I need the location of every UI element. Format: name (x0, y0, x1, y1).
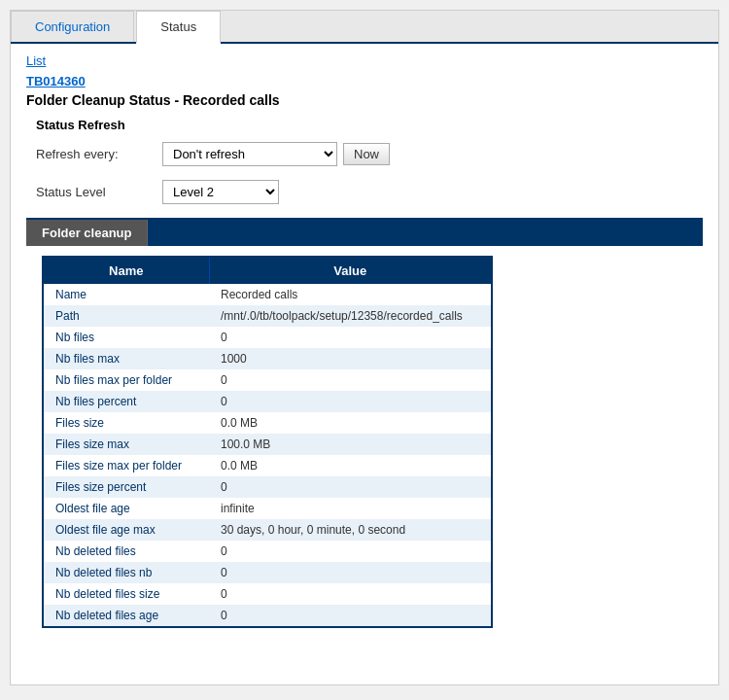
cell-name: Name (44, 284, 209, 305)
cell-value: 0.0 MB (209, 455, 491, 476)
cell-name: Files size max per folder (44, 455, 209, 476)
cell-name: Files size max (44, 434, 209, 455)
cell-name: Nb deleted files size (44, 583, 209, 605)
cell-name: Files size (44, 412, 209, 434)
cell-value: 0 (209, 605, 491, 626)
table-row: Nb files max per folder0 (44, 369, 491, 391)
cell-value: 1000 (209, 348, 491, 369)
table-body: NameRecorded callsPath/mnt/.0/tb/toolpac… (44, 284, 491, 626)
refresh-every-row: Refresh every: Don't refresh 5 seconds 1… (36, 142, 703, 166)
cell-value: 0 (209, 541, 491, 562)
table-row: Nb deleted files size0 (44, 583, 491, 605)
cell-name: Nb deleted files nb (44, 562, 209, 583)
page-title: Folder Cleanup Status - Recorded calls (26, 92, 703, 108)
cell-value: Recorded calls (209, 284, 491, 305)
level-controls: Level 1 Level 2 Level 3 (162, 180, 279, 204)
table-row: NameRecorded calls (44, 284, 491, 305)
cell-value: 0 (209, 476, 491, 498)
cell-value: 0 (209, 562, 491, 583)
table-row: Nb deleted files0 (44, 541, 491, 562)
page-id-link[interactable]: TB014360 (26, 74, 703, 88)
table-row: Files size max per folder0.0 MB (44, 455, 491, 476)
folder-cleanup-tab[interactable]: Folder cleanup (26, 220, 148, 246)
table-row: Files size percent0 (44, 476, 491, 498)
cell-value: 100.0 MB (209, 434, 491, 455)
cell-name: Nb files max per folder (44, 369, 209, 391)
level-select[interactable]: Level 1 Level 2 Level 3 (162, 180, 279, 204)
cell-value: 0 (209, 583, 491, 605)
data-table: Name Value NameRecorded callsPath/mnt/.0… (44, 258, 491, 626)
section-title-status-refresh: Status Refresh (36, 118, 703, 132)
cell-value: infinite (209, 498, 491, 519)
cell-value: 0 (209, 369, 491, 391)
cell-name: Nb files max (44, 348, 209, 369)
now-button[interactable]: Now (343, 143, 390, 165)
cell-name: Files size percent (44, 476, 209, 498)
cell-value: /mnt/.0/tb/toolpack/setup/12358/recorded… (209, 305, 491, 327)
main-content: List TB014360 Folder Cleanup Status - Re… (11, 44, 718, 650)
level-label: Status Level (36, 185, 162, 199)
table-header-row: Name Value (44, 258, 491, 284)
tab-status[interactable]: Status (136, 11, 221, 44)
cell-name: Oldest file age max (44, 519, 209, 541)
table-row: Files size0.0 MB (44, 412, 491, 434)
cell-value: 0.0 MB (209, 412, 491, 434)
cell-value: 0 (209, 327, 491, 348)
section-tab-bar: Folder cleanup (26, 220, 703, 246)
table-row: Nb deleted files age0 (44, 605, 491, 626)
table-row: Nb deleted files nb0 (44, 562, 491, 583)
cell-name: Nb files (44, 327, 209, 348)
table-row: Files size max100.0 MB (44, 434, 491, 455)
refresh-controls: Don't refresh 5 seconds 10 seconds 30 se… (162, 142, 390, 166)
cell-value: 0 (209, 391, 491, 412)
table-row: Oldest file age max30 days, 0 hour, 0 mi… (44, 519, 491, 541)
cell-name: Nb deleted files (44, 541, 209, 562)
table-row: Nb files percent0 (44, 391, 491, 412)
data-table-container: Name Value NameRecorded callsPath/mnt/.0… (42, 256, 493, 628)
col-header-name: Name (44, 258, 209, 284)
table-row: Oldest file ageinfinite (44, 498, 491, 519)
main-window: Configuration Status List TB014360 Folde… (10, 10, 719, 685)
cell-name: Oldest file age (44, 498, 209, 519)
cell-value: 30 days, 0 hour, 0 minute, 0 second (209, 519, 491, 541)
status-level-row: Status Level Level 1 Level 2 Level 3 (36, 180, 703, 204)
table-row: Nb files max1000 (44, 348, 491, 369)
refresh-label: Refresh every: (36, 147, 162, 161)
tab-configuration[interactable]: Configuration (11, 11, 134, 42)
tab-bar: Configuration Status (11, 11, 718, 44)
list-link[interactable]: List (26, 53, 46, 68)
table-row: Nb files0 (44, 327, 491, 348)
table-row: Path/mnt/.0/tb/toolpack/setup/12358/reco… (44, 305, 491, 327)
cell-name: Path (44, 305, 209, 327)
col-header-value: Value (209, 258, 491, 284)
cell-name: Nb files percent (44, 391, 209, 412)
cell-name: Nb deleted files age (44, 605, 209, 626)
refresh-select[interactable]: Don't refresh 5 seconds 10 seconds 30 se… (162, 142, 337, 166)
